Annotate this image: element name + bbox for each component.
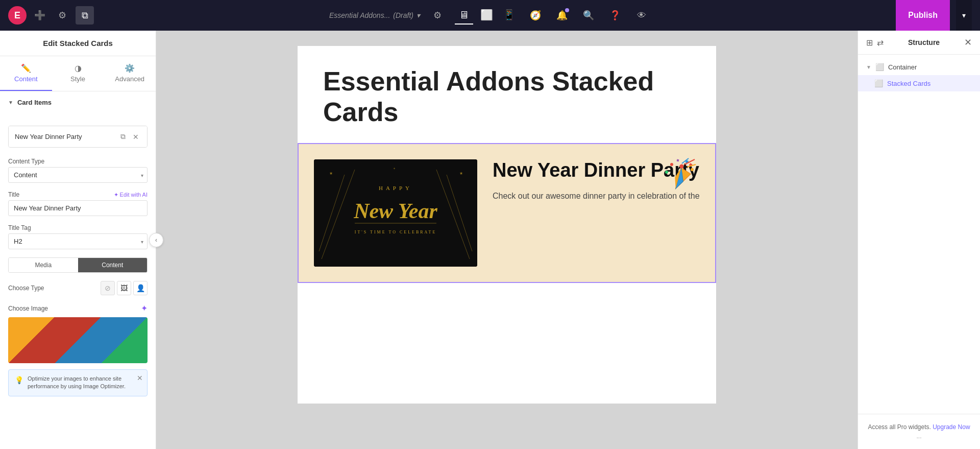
help-button[interactable]: ❓ <box>606 6 624 25</box>
svg-text:IT'S TIME TO CELEBRATE: IT'S TIME TO CELEBRATE <box>355 230 437 234</box>
mobile-view-button[interactable]: 📱 <box>500 6 518 25</box>
top-toolbar: E ➕ ⚙ ⧉ Essential Addons... (Draft) ▾ ⚙ … <box>0 0 980 31</box>
panel-header: Edit Stacked Cards <box>0 31 156 56</box>
card-image-side: ★ ★ ✦ HAPPY New Year IT'S TIME TO CELEBR… <box>314 159 477 267</box>
svg-text:New Year: New Year <box>353 199 437 223</box>
title-label-row: Title ✦ Edit with AI <box>8 191 148 198</box>
notification-button[interactable]: 🔔 <box>553 6 571 25</box>
title-field: Title ✦ Edit with AI <box>0 187 156 220</box>
happy-newyear-img: ★ ★ ✦ HAPPY New Year IT'S TIME TO CELEBR… <box>314 159 477 267</box>
title-tag-select[interactable]: H2 <box>8 233 148 249</box>
structure-view-button[interactable]: ⊞ <box>866 38 873 48</box>
tree-expand-arrow: ▼ <box>866 64 871 70</box>
edit-with-ai-button[interactable]: ✦ Edit with AI <box>114 192 148 198</box>
structure-toggle-button[interactable]: ⧉ <box>76 6 94 25</box>
type-icon-button[interactable]: 👤 <box>133 281 148 295</box>
page-main-title: Essential Addons Stacked Cards <box>323 66 691 128</box>
card-item-header[interactable]: New Year Dinner Party ⧉ ✕ <box>9 126 147 147</box>
upgrade-banner: Access all Pro widgets. Upgrade Now ... <box>858 414 980 449</box>
preview-button[interactable]: 👁 <box>632 6 651 25</box>
panel-settings-button[interactable]: ⚙ <box>53 6 71 25</box>
structure-secondary-button[interactable]: ⇄ <box>877 38 884 48</box>
tree-item-container[interactable]: ▼ ⬜ Container <box>858 59 980 75</box>
content-toggle-button[interactable]: Content <box>78 258 148 272</box>
stacked-cards-icon: ⬜ <box>874 79 883 87</box>
type-image-button[interactable]: 🖼 <box>117 281 131 295</box>
svg-point-6 <box>691 168 694 171</box>
svg-point-7 <box>665 171 668 174</box>
right-panel: ⊞ ⇄ Structure ✕ ▼ ⬜ Container ⬜ Stacked … <box>857 31 980 449</box>
image-preview[interactable] <box>8 317 148 363</box>
card-item: New Year Dinner Party ⧉ ✕ <box>8 126 148 148</box>
stacked-cards-label: Stacked Cards <box>887 80 930 87</box>
container-icon: ⬜ <box>875 63 884 71</box>
style-tab-icon: ◑ <box>75 63 82 73</box>
card-items-section-header[interactable]: ▼ Card Items <box>0 91 156 113</box>
search-button[interactable]: 🔍 <box>579 6 598 25</box>
choose-image-row: Choose Image ✦ <box>0 299 156 317</box>
tab-style[interactable]: ◑ Style <box>52 56 104 91</box>
tab-content[interactable]: ✏️ Content <box>0 56 52 91</box>
svg-text:★: ★ <box>459 171 463 176</box>
canvas: Essential Addons Stacked Cards <box>156 31 857 449</box>
title-input[interactable] <box>8 200 148 216</box>
right-panel-title: Structure <box>908 38 940 46</box>
svg-point-3 <box>679 163 684 169</box>
publish-arrow-button[interactable]: ▾ <box>956 0 972 31</box>
tab-advanced[interactable]: ⚙️ Advanced <box>104 56 156 91</box>
title-tag-label: Title Tag <box>8 224 148 231</box>
settings-button[interactable]: ⚙ <box>428 6 447 25</box>
desktop-view-button[interactable]: 🖥 <box>455 6 473 25</box>
type-none-button[interactable]: ⊘ <box>101 281 115 295</box>
main-layout: Edit Stacked Cards ✏️ Content ◑ Style ⚙️… <box>0 31 980 449</box>
svg-text:HAPPY: HAPPY <box>379 185 412 191</box>
structure-tree: ▼ ⬜ Container ⬜ Stacked Cards <box>858 55 980 414</box>
elementor-logo[interactable]: E <box>8 6 27 25</box>
toolbar-right: Publish ▾ <box>896 0 972 31</box>
device-buttons: 🖥 ⬜ 📱 <box>455 6 518 25</box>
optimize-close-button[interactable]: ✕ <box>137 374 143 382</box>
title-tag-select-wrapper: H2 ▾ <box>8 233 148 249</box>
optimize-banner: 💡 Optimize your images to enhance site p… <box>8 369 148 396</box>
upgrade-now-link[interactable]: Upgrade Now <box>933 423 970 431</box>
ai-image-button[interactable]: ✦ <box>141 303 148 313</box>
delete-card-button[interactable]: ✕ <box>131 131 141 142</box>
tablet-view-button[interactable]: ⬜ <box>477 6 496 25</box>
party-icon <box>659 154 700 203</box>
tree-item-stacked-cards[interactable]: ⬜ Stacked Cards <box>858 75 980 91</box>
advanced-tab-icon: ⚙️ <box>125 63 135 73</box>
compass-icon-button[interactable]: 🧭 <box>526 6 545 25</box>
content-type-select[interactable]: Content <box>8 167 148 183</box>
image-preview-inner <box>8 317 148 363</box>
section-arrow: ▼ <box>8 100 13 105</box>
panel-tabs: ✏️ Content ◑ Style ⚙️ Advanced <box>0 56 156 91</box>
svg-text:★: ★ <box>329 171 333 176</box>
add-element-button[interactable]: ➕ <box>31 6 49 25</box>
media-toggle-button[interactable]: Media <box>9 258 78 272</box>
duplicate-card-button[interactable]: ⧉ <box>118 131 128 142</box>
site-name[interactable]: Essential Addons... (Draft) ▾ <box>329 11 420 19</box>
optimize-icon: 💡 <box>15 376 23 384</box>
content-type-field: Content Type Content ▾ <box>0 154 156 187</box>
card-item-actions: ⧉ ✕ <box>118 131 141 142</box>
right-panel-close-button[interactable]: ✕ <box>964 37 972 48</box>
left-panel: Edit Stacked Cards ✏️ Content ◑ Style ⚙️… <box>0 31 156 449</box>
toolbar-left: E ➕ ⚙ ⧉ <box>8 6 94 25</box>
svg-text:✦: ✦ <box>393 167 396 170</box>
media-content-toggle: Media Content <box>8 257 148 273</box>
content-type-label: Content Type <box>8 158 148 165</box>
publish-button[interactable]: Publish <box>896 0 950 31</box>
right-panel-header: ⊞ ⇄ Structure ✕ <box>858 31 980 55</box>
container-label: Container <box>888 63 917 71</box>
card-item-title: New Year Dinner Party <box>15 133 82 140</box>
right-panel-icon-group: ⊞ ⇄ <box>866 38 884 48</box>
page-title-section: Essential Addons Stacked Cards <box>298 46 716 143</box>
type-icons: ⊘ 🖼 👤 <box>101 281 148 295</box>
panel-content: ▼ Card Items New Year Dinner Party ⧉ ✕ C <box>0 91 156 449</box>
title-tag-field: Title Tag H2 ▾ <box>0 220 156 253</box>
content-type-select-wrapper: Content ▾ <box>8 167 148 183</box>
stacked-card-container[interactable]: ★ ★ ✦ HAPPY New Year IT'S TIME TO CELEBR… <box>298 143 716 283</box>
svg-point-4 <box>670 163 673 166</box>
canvas-content: Essential Addons Stacked Cards <box>298 46 716 404</box>
collapse-panel-button[interactable]: ‹ <box>149 233 163 247</box>
